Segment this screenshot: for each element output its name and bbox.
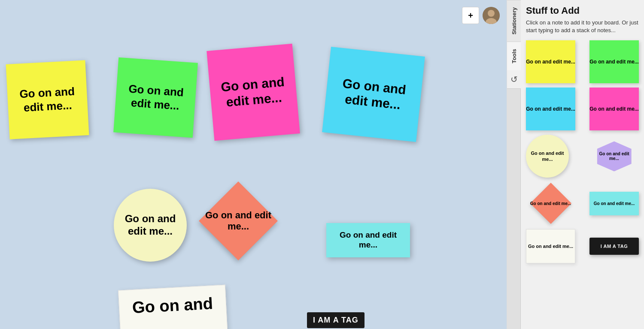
stat-diamond-wrapper[interactable]: Go on and edit me... [526, 182, 575, 225]
stat-text: I AM A TAG [601, 243, 628, 249]
stat-text: Go on and edit me... [526, 106, 575, 113]
stationery-row-5: Go on and edit me... I AM A TAG [526, 229, 639, 263]
note-text: Go on and edit me... [202, 210, 275, 232]
add-button[interactable]: + [462, 7, 479, 24]
stat-pink[interactable]: Go on and edit me... [589, 88, 639, 130]
note-circle-1[interactable]: Go on and edit me... [114, 189, 187, 262]
stat-text: Go on and edit me... [526, 59, 575, 66]
stat-hexagon: Go on and edit me... [597, 141, 632, 171]
note-text: Go on and edit me... [209, 69, 298, 115]
stationery-row-1: Go on and edit me... Go on and edit me..… [526, 40, 639, 83]
stat-hexagon-wrapper[interactable]: Go on and edit me... [589, 135, 639, 178]
avatar-icon [483, 7, 500, 24]
note-rect-1[interactable]: Go on and edit me... [326, 223, 410, 257]
stat-text: Go on and edit me... [594, 201, 635, 206]
note-white-partial-1[interactable]: Go on and [118, 285, 230, 329]
note-text: Go on and edit me... [114, 209, 187, 241]
sidebar-content: Stuff to Add Click on a note to add it t… [521, 0, 644, 329]
stat-text: Go on and edit me... [589, 59, 639, 66]
tag-1[interactable]: I AM A TAG [307, 312, 365, 328]
sidebar-description: Click on a note to add it to your board.… [526, 19, 639, 34]
note-text: Go on and [132, 294, 213, 317]
note-yellow-1[interactable]: Go on and edit me... [6, 60, 89, 139]
note-cyan-1[interactable]: Go on and edit me... [322, 47, 425, 142]
stat-green[interactable]: Go on and edit me... [589, 40, 639, 83]
stationery-row-3: Go on and edit me... Go on and edit me..… [526, 135, 639, 178]
stat-tag[interactable]: I AM A TAG [589, 238, 639, 255]
stationery-row-4: Go on and edit me... Go on and edit me..… [526, 182, 639, 225]
stat-text: Go on and edit me... [526, 150, 569, 163]
stat-rect-small[interactable]: Go on and edit me... [589, 192, 639, 215]
svg-point-1 [488, 10, 495, 17]
main-canvas[interactable]: + Go on and edit me... Go on and edit me… [0, 0, 507, 329]
tab-tools[interactable]: Tools [507, 42, 521, 70]
note-text: Go on and edit me... [115, 78, 196, 117]
note-text: Go on and edit me... [326, 227, 410, 254]
stat-yellow[interactable]: Go on and edit me... [526, 40, 575, 83]
sidebar: Stationery Tools ↺ Stuff to Add Click on… [507, 0, 644, 329]
sidebar-tabs: Stationery Tools ↺ [507, 0, 521, 329]
avatar-button[interactable] [483, 7, 500, 24]
undo-button[interactable]: ↺ [507, 70, 521, 89]
tab-stationery[interactable]: Stationery [507, 0, 521, 42]
stat-cyan[interactable]: Go on and edit me... [526, 88, 575, 130]
sidebar-title: Stuff to Add [526, 5, 639, 16]
note-pink-1[interactable]: Go on and edit me... [207, 44, 300, 141]
stat-diamond-text: Go on and edit me... [530, 201, 571, 206]
stat-text: Go on and edit me... [589, 106, 639, 113]
stat-white[interactable]: Go on and edit me... [526, 229, 575, 263]
stat-text: Go on and edit me... [599, 151, 630, 161]
note-text: Go on and edit me... [325, 71, 422, 118]
stat-circle[interactable]: Go on and edit me... [526, 135, 569, 178]
stationery-row-2: Go on and edit me... Go on and edit me..… [526, 88, 639, 130]
note-diamond-1[interactable]: Go on and edit me... [202, 184, 275, 257]
note-green-1[interactable]: Go on and edit me... [113, 57, 198, 138]
note-text: Go on and edit me... [7, 81, 88, 119]
toolbar: + [462, 7, 500, 24]
stat-text: Go on and edit me... [528, 243, 573, 249]
